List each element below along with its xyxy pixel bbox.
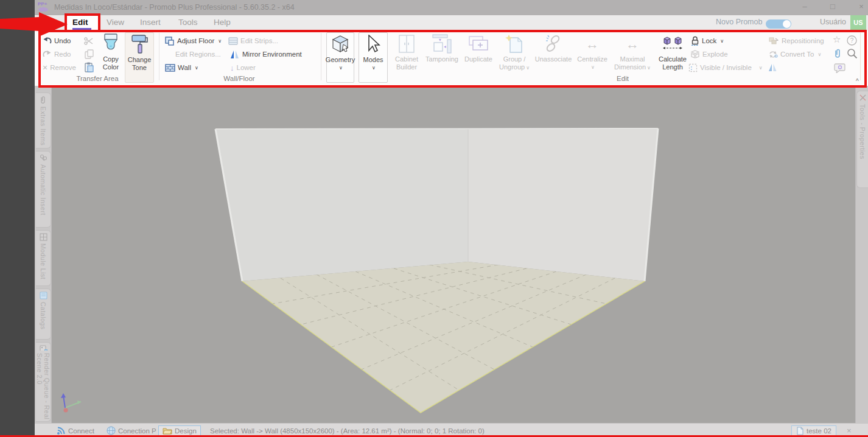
lower-button[interactable]: ↓ Lower bbox=[230, 62, 256, 73]
lock-button[interactable]: Lock ∨ bbox=[691, 35, 724, 46]
change-tone-button[interactable]: Change Tone bbox=[125, 32, 154, 83]
user-label[interactable]: Usuário bbox=[820, 18, 846, 26]
attachment-button[interactable] bbox=[833, 48, 842, 59]
convert-icon bbox=[768, 50, 778, 59]
chevron-down-icon: ∨ bbox=[720, 38, 724, 44]
close-document-button[interactable]: × bbox=[847, 425, 852, 436]
search-button[interactable] bbox=[847, 48, 858, 59]
modes-button[interactable]: Modes ∨ bbox=[359, 32, 388, 83]
ribbon-toolbar: Undo Redo × Remove Copy Color bbox=[35, 30, 868, 86]
ribbon-separator bbox=[860, 33, 861, 80]
group-label-edit: Edit bbox=[592, 75, 653, 82]
left-sidebar: Extras Items Automatic Insert Module Lis… bbox=[35, 86, 52, 423]
ribbon-separator bbox=[159, 33, 159, 80]
duplicate-icon bbox=[468, 35, 489, 52]
chat-bubble-icon bbox=[834, 63, 845, 73]
selection-status-text: Selected: Wall -> Wall (4850x150x2600) -… bbox=[210, 425, 485, 436]
maximize-button[interactable]: □ bbox=[824, 1, 842, 12]
menu-view[interactable]: View bbox=[107, 18, 124, 27]
sidebar-tab-automatic-insert[interactable]: Automatic Insert bbox=[36, 151, 51, 228]
menu-help[interactable]: Help bbox=[214, 18, 231, 27]
catalog-book-icon bbox=[40, 292, 47, 299]
chevron-down-icon: ∨ bbox=[218, 38, 222, 44]
mirror-environment-button[interactable]: Mirror Environment bbox=[230, 49, 302, 60]
paste-button[interactable] bbox=[84, 61, 94, 72]
remove-button[interactable]: × Remove bbox=[43, 62, 76, 73]
arrow-down-icon: ↓ bbox=[230, 63, 234, 72]
calculate-length-button[interactable]: Calculate Length bbox=[657, 32, 688, 83]
logo-swoosh bbox=[38, 7, 48, 12]
room-3d-render bbox=[52, 86, 855, 423]
wall-button[interactable]: Wall ∨ bbox=[165, 62, 198, 73]
mirror-small-button[interactable] bbox=[768, 62, 777, 73]
unassociate-button[interactable]: Unassociate bbox=[534, 32, 573, 83]
novo-promob-label: Novo Promob bbox=[716, 18, 762, 26]
broken-chain-icon bbox=[543, 33, 564, 54]
copy-button[interactable] bbox=[84, 49, 94, 60]
tamponing-button[interactable]: Tamponing bbox=[425, 32, 459, 83]
explode-icon bbox=[690, 50, 700, 59]
svg-text:?: ? bbox=[850, 37, 854, 44]
adjust-floor-icon bbox=[165, 37, 175, 46]
cursor-arrow-icon bbox=[366, 35, 380, 54]
feedback-button[interactable] bbox=[834, 62, 845, 73]
star-icon: ☆ bbox=[833, 34, 841, 45]
connect-signal-icon bbox=[57, 427, 66, 435]
main-area: Extras Items Automatic Insert Module Lis… bbox=[35, 86, 868, 423]
chevron-down-icon: ∨ bbox=[817, 52, 821, 57]
conection-p-button[interactable]: Conection P bbox=[107, 425, 156, 436]
collapse-chevron-icon: ^ bbox=[856, 78, 859, 85]
design-tab[interactable]: Design bbox=[158, 425, 201, 436]
geometry-button[interactable]: Geometry ∨ bbox=[326, 32, 354, 83]
convert-to-button[interactable]: Convert To ∨ bbox=[768, 49, 821, 60]
novo-promob-toggle[interactable] bbox=[766, 19, 791, 29]
close-button[interactable]: × bbox=[852, 1, 868, 12]
folder-icon bbox=[163, 427, 172, 435]
edit-strips-icon bbox=[228, 37, 238, 45]
chevron-down-icon: ∨ bbox=[647, 65, 651, 71]
magic-wand-icon bbox=[40, 154, 47, 162]
chevron-down-icon: ∨ bbox=[591, 63, 595, 71]
user-avatar-badge[interactable]: US bbox=[850, 15, 866, 30]
explode-button[interactable]: Explode bbox=[690, 49, 728, 60]
sidebar-tab-module-list[interactable]: Module List bbox=[36, 230, 51, 286]
document-tab-teste02[interactable]: teste 02 bbox=[791, 425, 836, 436]
duplicate-button[interactable]: Duplicate bbox=[463, 32, 494, 83]
minimize-button[interactable]: – bbox=[796, 1, 814, 12]
edit-strips-button[interactable]: Edit Strips... bbox=[228, 35, 278, 46]
paperclip-icon bbox=[833, 48, 842, 59]
sidebar-tab-render-queue[interactable]: Render Queue - Real Scene 2.0 bbox=[36, 342, 51, 422]
cut-button[interactable] bbox=[84, 35, 94, 46]
copy-icon bbox=[84, 49, 94, 59]
chevron-down-icon: ∨ bbox=[372, 64, 376, 72]
adjust-floor-button[interactable]: Adjust Floor ∨ bbox=[165, 35, 222, 46]
edit-regions-button[interactable]: Edit Regions... bbox=[175, 49, 221, 60]
paint-brush-icon bbox=[102, 33, 119, 54]
arrows-horizontal-icon: ↔ bbox=[586, 40, 599, 48]
connect-button[interactable]: Connect bbox=[57, 425, 94, 436]
collapse-ribbon-button[interactable]: ^ bbox=[856, 75, 859, 86]
help-button[interactable]: ? bbox=[847, 35, 857, 46]
repositioning-button[interactable]: Repositioning bbox=[769, 35, 824, 46]
sidebar-tab-extras-items[interactable]: Extras Items bbox=[36, 93, 51, 149]
remove-icon: × bbox=[43, 63, 47, 72]
sidebar-tab-tools-properties[interactable]: Tools - Properties bbox=[856, 91, 868, 188]
sidebar-tab-catalogs[interactable]: Catalogs bbox=[36, 288, 51, 340]
favorites-button[interactable]: ☆ bbox=[833, 34, 841, 45]
cabinet-builder-button[interactable]: Cabinet Builder bbox=[393, 32, 421, 83]
viewport-3d[interactable] bbox=[52, 86, 855, 423]
tools-icon bbox=[859, 94, 867, 102]
lock-icon bbox=[691, 36, 699, 46]
annotation-arrow bbox=[0, 12, 68, 38]
paste-icon bbox=[84, 62, 94, 72]
title-bar: PP+ Medidas In Loco/Estándar - Promob Pl… bbox=[35, 0, 868, 15]
close-icon: × bbox=[847, 426, 852, 435]
visible-invisible-button[interactable]: Visible / Invisible ∨ bbox=[688, 62, 763, 73]
menu-tools[interactable]: Tools bbox=[178, 18, 198, 27]
menu-edit[interactable]: Edit bbox=[72, 18, 88, 27]
menu-bar: File Edit View Insert Tools Help Novo Pr… bbox=[35, 15, 868, 30]
menu-insert[interactable]: Insert bbox=[140, 18, 161, 27]
group-ungroup-button[interactable]: Group / Ungroup∨ bbox=[498, 32, 531, 83]
redo-button[interactable]: Redo bbox=[43, 49, 71, 60]
cabinet-icon bbox=[398, 34, 415, 54]
